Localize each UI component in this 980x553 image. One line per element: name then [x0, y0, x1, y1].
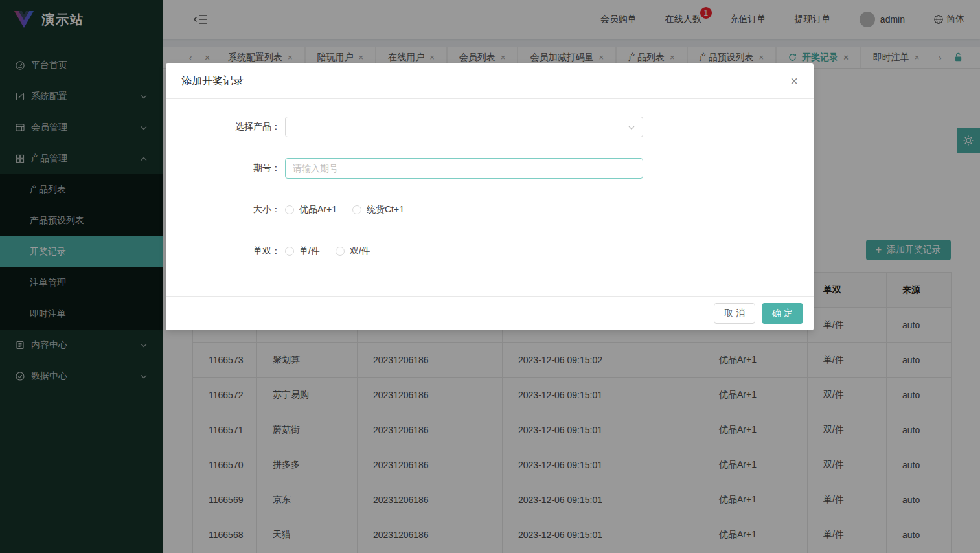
parity-radio-group: 单/件 双/件 — [285, 245, 386, 257]
radio-size-premium[interactable] — [285, 205, 294, 214]
radio-option-label[interactable]: 统货Ct+1 — [367, 204, 404, 216]
period-input-row: 期号： — [166, 158, 814, 179]
parity-radio-row: 单双： 单/件 双/件 — [166, 241, 814, 262]
modal-title: 添加开奖记录 — [181, 74, 244, 88]
modal-footer: 取 消 确 定 — [166, 296, 814, 330]
radio-parity-even[interactable] — [336, 247, 345, 256]
product-select[interactable] — [285, 117, 643, 137]
size-radio-label: 大小： — [166, 204, 280, 216]
modal-close-icon[interactable]: × — [790, 74, 798, 87]
size-radio-group: 优品Ar+1 统货Ct+1 — [285, 204, 420, 216]
size-radio-row: 大小： 优品Ar+1 统货Ct+1 — [166, 199, 814, 220]
period-input-label: 期号： — [166, 163, 280, 174]
add-record-modal: 添加开奖记录 × 选择产品： 期号： 大小： 优品Ar+1 统货Ct+1 — [166, 63, 814, 330]
radio-option-label[interactable]: 双/件 — [350, 245, 370, 257]
parity-radio-label: 单双： — [166, 245, 280, 257]
product-select-label: 选择产品： — [166, 121, 280, 133]
radio-parity-odd[interactable] — [285, 247, 294, 256]
product-select-row: 选择产品： — [166, 117, 814, 137]
confirm-button[interactable]: 确 定 — [762, 303, 803, 324]
chevron-down-icon — [628, 126, 635, 130]
modal-header: 添加开奖记录 × — [166, 63, 814, 99]
period-input[interactable] — [285, 158, 643, 179]
radio-size-standard[interactable] — [352, 205, 361, 214]
app-window: 演示站 平台首页 系统配置 会 — [0, 0, 980, 553]
cancel-button[interactable]: 取 消 — [714, 303, 755, 324]
radio-option-label[interactable]: 优品Ar+1 — [299, 204, 337, 216]
radio-option-label[interactable]: 单/件 — [299, 245, 320, 257]
